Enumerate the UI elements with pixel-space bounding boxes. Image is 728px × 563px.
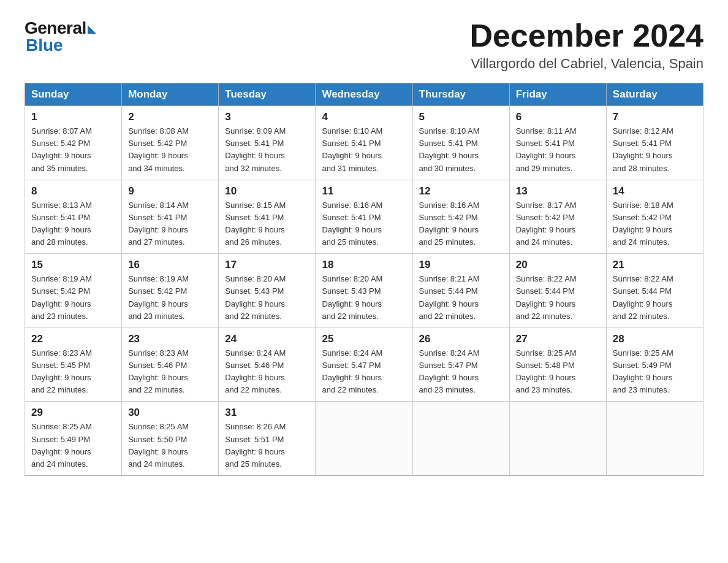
calendar-table: SundayMondayTuesdayWednesdayThursdayFrid… (25, 83, 703, 476)
day-number: 7 (613, 111, 697, 123)
day-info: Sunrise: 8:23 AMSunset: 5:46 PMDaylight:… (128, 347, 212, 397)
day-info: Sunrise: 8:22 AMSunset: 5:44 PMDaylight:… (516, 273, 600, 323)
day-info: Sunrise: 8:24 AMSunset: 5:46 PMDaylight:… (225, 347, 309, 397)
calendar-cell: 10Sunrise: 8:15 AMSunset: 5:41 PMDayligh… (219, 180, 316, 254)
day-info: Sunrise: 8:24 AMSunset: 5:47 PMDaylight:… (419, 347, 503, 397)
calendar-cell: 23Sunrise: 8:23 AMSunset: 5:46 PMDayligh… (122, 327, 219, 402)
day-number: 2 (128, 111, 212, 123)
page-header: General Blue December 2024 Villargordo d… (25, 18, 703, 72)
calendar-week-row: 1Sunrise: 8:07 AMSunset: 5:42 PMDaylight… (25, 106, 703, 180)
day-info: Sunrise: 8:12 AMSunset: 5:41 PMDaylight:… (613, 125, 697, 175)
day-number: 19 (419, 259, 503, 271)
calendar-cell (606, 402, 703, 476)
title-area: December 2024 Villargordo del Cabriel, V… (469, 18, 703, 72)
day-number: 28 (613, 333, 697, 345)
day-info: Sunrise: 8:20 AMSunset: 5:43 PMDaylight:… (322, 273, 406, 323)
day-info: Sunrise: 8:17 AMSunset: 5:42 PMDaylight:… (516, 199, 600, 249)
day-number: 11 (322, 185, 406, 197)
day-number: 27 (516, 333, 600, 345)
calendar-header-row: SundayMondayTuesdayWednesdayThursdayFrid… (25, 83, 703, 106)
day-number: 15 (31, 259, 115, 271)
day-number: 30 (128, 407, 212, 419)
day-number: 23 (128, 333, 212, 345)
day-info: Sunrise: 8:10 AMSunset: 5:41 PMDaylight:… (419, 125, 503, 175)
calendar-cell: 13Sunrise: 8:17 AMSunset: 5:42 PMDayligh… (509, 180, 606, 254)
calendar-cell: 17Sunrise: 8:20 AMSunset: 5:43 PMDayligh… (219, 254, 316, 328)
day-number: 24 (225, 333, 309, 345)
logo: General Blue (25, 18, 96, 55)
logo-triangle-icon (88, 25, 96, 34)
calendar-cell (316, 402, 412, 476)
day-info: Sunrise: 8:19 AMSunset: 5:42 PMDaylight:… (31, 273, 115, 323)
calendar-week-row: 15Sunrise: 8:19 AMSunset: 5:42 PMDayligh… (25, 254, 703, 328)
day-number: 13 (516, 185, 600, 197)
logo-blue-text: Blue (25, 36, 63, 55)
calendar-cell: 12Sunrise: 8:16 AMSunset: 5:42 PMDayligh… (412, 180, 509, 254)
day-number: 6 (516, 111, 600, 123)
day-info: Sunrise: 8:24 AMSunset: 5:47 PMDaylight:… (322, 347, 406, 397)
day-info: Sunrise: 8:08 AMSunset: 5:42 PMDaylight:… (128, 125, 212, 175)
day-info: Sunrise: 8:16 AMSunset: 5:42 PMDaylight:… (419, 199, 503, 249)
day-number: 31 (225, 407, 309, 419)
calendar-cell: 27Sunrise: 8:25 AMSunset: 5:48 PMDayligh… (509, 327, 606, 402)
calendar-cell: 21Sunrise: 8:22 AMSunset: 5:44 PMDayligh… (606, 254, 703, 328)
calendar-cell (412, 402, 509, 476)
day-number: 18 (322, 259, 406, 271)
day-number: 9 (128, 185, 212, 197)
calendar-cell: 6Sunrise: 8:11 AMSunset: 5:41 PMDaylight… (509, 106, 606, 180)
weekday-header-tuesday: Tuesday (219, 83, 316, 106)
day-number: 3 (225, 111, 309, 123)
day-info: Sunrise: 8:22 AMSunset: 5:44 PMDaylight:… (613, 273, 697, 323)
day-number: 17 (225, 259, 309, 271)
calendar-week-row: 22Sunrise: 8:23 AMSunset: 5:45 PMDayligh… (25, 327, 703, 402)
weekday-header-sunday: Sunday (25, 83, 122, 106)
day-info: Sunrise: 8:19 AMSunset: 5:42 PMDaylight:… (128, 273, 212, 323)
calendar-cell: 15Sunrise: 8:19 AMSunset: 5:42 PMDayligh… (25, 254, 122, 328)
day-info: Sunrise: 8:10 AMSunset: 5:41 PMDaylight:… (322, 125, 406, 175)
calendar-cell: 4Sunrise: 8:10 AMSunset: 5:41 PMDaylight… (316, 106, 412, 180)
calendar-cell: 1Sunrise: 8:07 AMSunset: 5:42 PMDaylight… (25, 106, 122, 180)
day-number: 20 (516, 259, 600, 271)
day-info: Sunrise: 8:07 AMSunset: 5:42 PMDaylight:… (31, 125, 115, 175)
calendar-cell: 24Sunrise: 8:24 AMSunset: 5:46 PMDayligh… (219, 327, 316, 402)
day-info: Sunrise: 8:25 AMSunset: 5:49 PMDaylight:… (613, 347, 697, 397)
calendar-cell: 7Sunrise: 8:12 AMSunset: 5:41 PMDaylight… (606, 106, 703, 180)
day-number: 12 (419, 185, 503, 197)
weekday-header-thursday: Thursday (412, 83, 509, 106)
calendar-cell: 20Sunrise: 8:22 AMSunset: 5:44 PMDayligh… (509, 254, 606, 328)
weekday-header-wednesday: Wednesday (316, 83, 412, 106)
day-number: 4 (322, 111, 406, 123)
calendar-cell: 11Sunrise: 8:16 AMSunset: 5:41 PMDayligh… (316, 180, 412, 254)
day-info: Sunrise: 8:09 AMSunset: 5:41 PMDaylight:… (225, 125, 309, 175)
calendar-cell: 28Sunrise: 8:25 AMSunset: 5:49 PMDayligh… (606, 327, 703, 402)
day-number: 22 (31, 333, 115, 345)
calendar-cell: 14Sunrise: 8:18 AMSunset: 5:42 PMDayligh… (606, 180, 703, 254)
day-number: 25 (322, 333, 406, 345)
day-info: Sunrise: 8:14 AMSunset: 5:41 PMDaylight:… (128, 199, 212, 249)
calendar-cell: 9Sunrise: 8:14 AMSunset: 5:41 PMDaylight… (122, 180, 219, 254)
calendar-cell (509, 402, 606, 476)
day-number: 1 (31, 111, 115, 123)
day-number: 5 (419, 111, 503, 123)
day-number: 26 (419, 333, 503, 345)
calendar-cell: 29Sunrise: 8:25 AMSunset: 5:49 PMDayligh… (25, 402, 122, 476)
calendar-week-row: 8Sunrise: 8:13 AMSunset: 5:41 PMDaylight… (25, 180, 703, 254)
weekday-header-friday: Friday (509, 83, 606, 106)
calendar-week-row: 29Sunrise: 8:25 AMSunset: 5:49 PMDayligh… (25, 402, 703, 476)
day-info: Sunrise: 8:11 AMSunset: 5:41 PMDaylight:… (516, 125, 600, 175)
day-info: Sunrise: 8:25 AMSunset: 5:48 PMDaylight:… (516, 347, 600, 397)
day-info: Sunrise: 8:15 AMSunset: 5:41 PMDaylight:… (225, 199, 309, 249)
calendar-cell: 26Sunrise: 8:24 AMSunset: 5:47 PMDayligh… (412, 327, 509, 402)
day-number: 16 (128, 259, 212, 271)
calendar-cell: 5Sunrise: 8:10 AMSunset: 5:41 PMDaylight… (412, 106, 509, 180)
day-info: Sunrise: 8:25 AMSunset: 5:50 PMDaylight:… (128, 421, 212, 470)
day-info: Sunrise: 8:16 AMSunset: 5:41 PMDaylight:… (322, 199, 406, 249)
calendar-cell: 22Sunrise: 8:23 AMSunset: 5:45 PMDayligh… (25, 327, 122, 402)
day-info: Sunrise: 8:13 AMSunset: 5:41 PMDaylight:… (31, 199, 115, 249)
day-info: Sunrise: 8:23 AMSunset: 5:45 PMDaylight:… (31, 347, 115, 397)
calendar-cell: 3Sunrise: 8:09 AMSunset: 5:41 PMDaylight… (219, 106, 316, 180)
day-number: 29 (31, 407, 115, 419)
day-info: Sunrise: 8:25 AMSunset: 5:49 PMDaylight:… (31, 421, 115, 470)
calendar-cell: 19Sunrise: 8:21 AMSunset: 5:44 PMDayligh… (412, 254, 509, 328)
weekday-header-saturday: Saturday (606, 83, 703, 106)
